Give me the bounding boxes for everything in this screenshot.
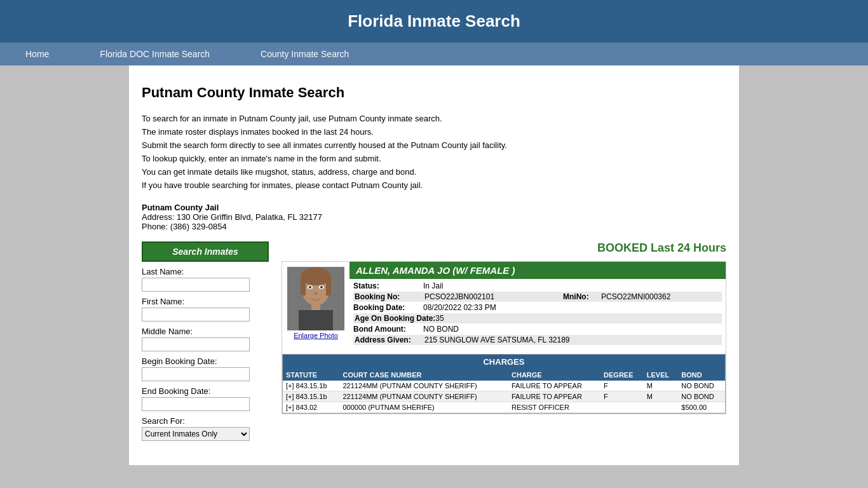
address-label: Address Given: (355, 336, 424, 344)
search-for-group: Search For: Current Inmates OnlyAll Inma… (142, 416, 269, 441)
charge-cell-level (644, 402, 679, 413)
address-value: 215 SUNGLOW AVE SATSUMA, FL 32189 (424, 336, 721, 344)
search-form: Search Inmates Last Name: First Name: Mi… (142, 241, 269, 446)
nav-florida-doc[interactable]: Florida DOC Inmate Search (74, 43, 235, 65)
booking-no-label: Booking No: (355, 292, 424, 301)
booking-date-label: Booking Date: (353, 303, 423, 312)
col-degree: DEGREE (600, 369, 644, 381)
booking-no-row: Booking No: PCSO22JBN002101 MniNo: PCSO2… (353, 292, 722, 302)
charge-cell-bond: NO BOND (678, 391, 725, 402)
desc-line-5: You can get inmate details like mugshot,… (142, 167, 726, 177)
last-name-label: Last Name: (142, 267, 269, 276)
charge-cell-case: 221124MM (PUTNAM COUNTY SHERIFF) (339, 391, 508, 402)
booked-header: BOOKED Last 24 Hours (281, 241, 726, 255)
charges-table: STATUTE COURT CASE NUMBER CHARGE DEGREE … (283, 369, 725, 413)
first-name-input[interactable] (142, 308, 250, 322)
desc-line-1: To search for an inmate in Putnam County… (142, 114, 726, 123)
end-booking-group: End Booking Date: (142, 386, 269, 411)
charge-cell-level: M (644, 381, 679, 391)
begin-booking-group: Begin Booking Date: (142, 356, 269, 381)
inmate-card: Enlarge Photo ALLEN, AMANDA JO (W/ FEMAL… (281, 261, 726, 414)
col-statute: STATUTE (283, 369, 339, 381)
svg-rect-3 (301, 276, 306, 295)
bond-row: Bond Amount: NO BOND (353, 325, 722, 334)
last-name-input[interactable] (142, 278, 250, 292)
search-for-label: Search For: (142, 416, 269, 426)
results-area: BOOKED Last 24 Hours (281, 241, 726, 424)
age-label: Age On Booking Date: (355, 314, 435, 323)
description-block: To search for an inmate in Putnam County… (142, 114, 726, 190)
charge-cell-statute: [+] 843.15.1b (283, 381, 339, 391)
jail-name: Putnam County Jail (142, 203, 726, 212)
charge-cell-charge: FAILURE TO APPEAR (508, 391, 600, 402)
middle-name-input[interactable] (142, 337, 250, 351)
page-title: Putnam County Inmate Search (142, 85, 726, 101)
bond-label: Bond Amount: (353, 325, 423, 334)
begin-booking-label: Begin Booking Date: (142, 356, 269, 366)
mni-value: PCSO22MNI000362 (601, 292, 721, 301)
status-label: Status: (353, 281, 423, 290)
table-row: [+] 843.15.1b221124MM (PUTNAM COUNTY SHE… (283, 391, 725, 402)
status-row: Status: In Jail (353, 281, 722, 290)
charge-cell-case: 000000 (PUTNAM SHERIFE) (339, 402, 508, 413)
inmate-photo (287, 267, 344, 330)
col-bond: BOND (678, 369, 725, 381)
site-header: Florida Inmate Search (0, 0, 868, 43)
charge-cell-bond: NO BOND (678, 381, 725, 391)
charge-cell-degree (600, 402, 644, 413)
inmate-info: ALLEN, AMANDA JO (W/ FEMALE ) Status: In… (349, 262, 726, 349)
middle-name-group: Middle Name: (142, 327, 269, 351)
end-booking-input[interactable] (142, 397, 250, 411)
nav-county[interactable]: County Inmate Search (235, 43, 374, 65)
main-content: Putnam County Inmate Search To search fo… (129, 65, 739, 465)
age-row: Age On Booking Date: 35 (353, 313, 722, 323)
charge-cell-degree: F (600, 381, 644, 391)
first-name-group: First Name: (142, 297, 269, 322)
charge-cell-statute: [+] 843.02 (283, 402, 339, 413)
main-nav: Home Florida DOC Inmate Search County In… (0, 43, 868, 65)
last-name-group: Last Name: (142, 267, 269, 292)
address-row: Address Given: 215 SUNGLOW AVE SATSUMA, … (353, 335, 722, 345)
charge-cell-level: M (644, 391, 679, 402)
content-row: Search Inmates Last Name: First Name: Mi… (142, 241, 726, 446)
svg-rect-6 (299, 310, 333, 330)
site-title: Florida Inmate Search (0, 11, 868, 31)
search-for-select[interactable]: Current Inmates OnlyAll Inmates (142, 427, 250, 441)
jail-address: Address: 130 Orie Griffin Blvd, Palatka,… (142, 212, 726, 222)
desc-line-4: To lookup quickly, enter an inmate's nam… (142, 154, 726, 163)
charge-cell-degree: F (600, 391, 644, 402)
search-form-header: Search Inmates (142, 241, 269, 262)
jail-info-block: Putnam County Jail Address: 130 Orie Gri… (142, 203, 726, 231)
col-level: LEVEL (644, 369, 679, 381)
charge-cell-charge: RESIST OFFICER (508, 402, 600, 413)
desc-line-2: The inmate roster displays inmates booke… (142, 127, 726, 137)
booking-no-value: PCSO22JBN002101 (424, 292, 544, 301)
enlarge-photo-link[interactable]: Enlarge Photo (287, 332, 344, 339)
charges-title: CHARGES (283, 355, 725, 369)
begin-booking-input[interactable] (142, 367, 250, 381)
charges-header-row: STATUTE COURT CASE NUMBER CHARGE DEGREE … (283, 369, 725, 381)
inmate-name: ALLEN, AMANDA JO (W/ FEMALE ) (349, 262, 726, 279)
middle-name-label: Middle Name: (142, 327, 269, 336)
inmate-top: Enlarge Photo ALLEN, AMANDA JO (W/ FEMAL… (282, 262, 726, 349)
svg-point-11 (314, 292, 318, 295)
charge-cell-case: 221124MM (PUTNAM COUNTY SHERIFF) (339, 381, 508, 391)
charge-cell-charge: FAILURE TO APPEAR (508, 381, 600, 391)
table-row: [+] 843.15.1b221124MM (PUTNAM COUNTY SHE… (283, 381, 725, 391)
status-value: In Jail (423, 281, 722, 290)
age-value: 35 (435, 314, 721, 323)
charge-cell-bond: $500.00 (678, 402, 725, 413)
booking-date-row: Booking Date: 08/20/2022 02:33 PM (353, 303, 722, 312)
jail-phone: Phone: (386) 329-0854 (142, 222, 726, 231)
desc-line-6: If you have trouble searching for inmate… (142, 180, 726, 190)
inmate-photo-area: Enlarge Photo (282, 262, 349, 344)
first-name-label: First Name: (142, 297, 269, 306)
booking-date-value: 08/20/2022 02:33 PM (423, 303, 722, 312)
svg-rect-4 (326, 276, 331, 295)
mni-label: MniNo: (563, 292, 601, 301)
svg-point-9 (309, 286, 311, 288)
nav-home[interactable]: Home (0, 43, 74, 65)
charges-section: CHARGES STATUTE COURT CASE NUMBER CHARGE… (282, 354, 726, 414)
col-charge: CHARGE (508, 369, 600, 381)
charge-cell-statute: [+] 843.15.1b (283, 391, 339, 402)
